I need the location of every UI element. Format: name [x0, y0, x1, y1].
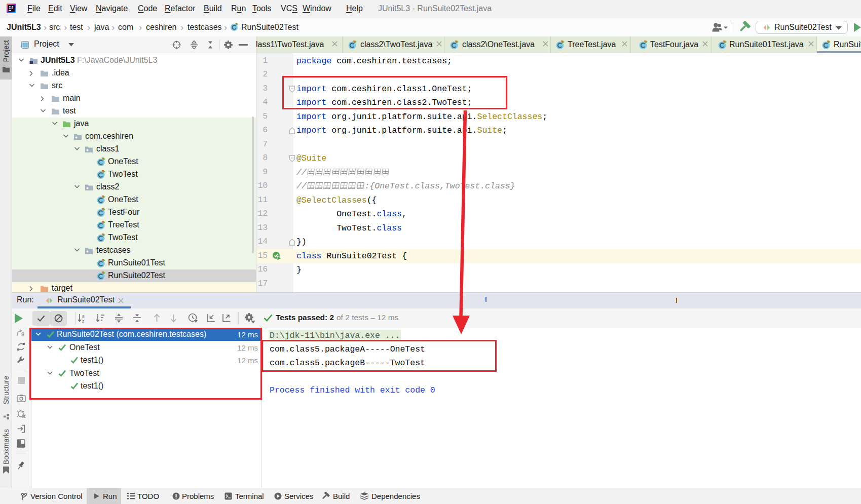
- svg-text:a: a: [82, 314, 85, 319]
- svg-text:z: z: [82, 319, 84, 323]
- svg-text:9: 9: [21, 331, 24, 337]
